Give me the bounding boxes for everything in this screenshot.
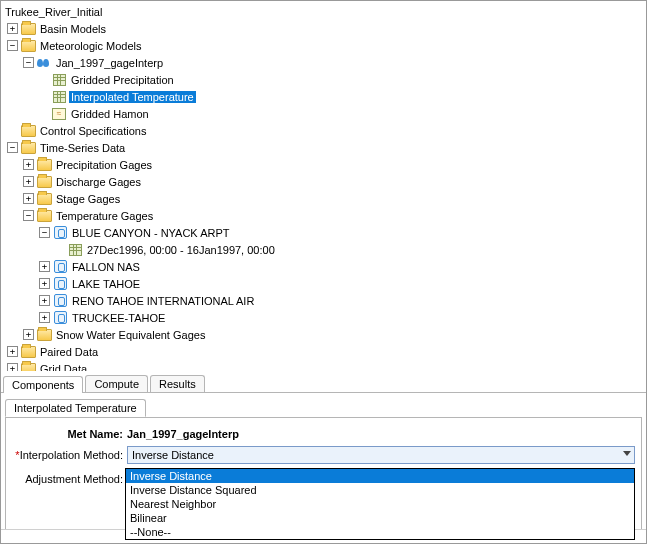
grid-icon bbox=[51, 73, 67, 87]
folder-icon bbox=[20, 39, 36, 53]
tree-paired-data[interactable]: + Paired Data bbox=[1, 343, 646, 360]
wave-icon: ≈ bbox=[51, 107, 67, 121]
grid-icon bbox=[51, 90, 67, 104]
subtab-bar: Interpolated Temperature bbox=[1, 393, 646, 417]
value-met-name: Jan_1997_gageInterp bbox=[127, 428, 239, 440]
expand-icon[interactable]: + bbox=[23, 176, 34, 187]
row-interp-method: Interpolation Method: Inverse Distance bbox=[12, 446, 635, 464]
combo-interp-value: Inverse Distance bbox=[132, 449, 214, 461]
option-inverse-distance-squared[interactable]: Inverse Distance Squared bbox=[126, 483, 634, 497]
tree-ts-data[interactable]: − Time-Series Data bbox=[1, 139, 646, 156]
option-inverse-distance[interactable]: Inverse Distance bbox=[126, 469, 634, 483]
tree-root[interactable]: Trukee_River_Initial bbox=[1, 3, 646, 20]
tree-blue-canyon[interactable]: − BLUE CANYON - NYACK ARPT bbox=[1, 224, 646, 241]
tree-gridded-precip[interactable]: Gridded Precipitation bbox=[1, 71, 646, 88]
folder-icon bbox=[20, 124, 36, 138]
expand-icon[interactable]: + bbox=[23, 329, 34, 340]
tree-fallon[interactable]: + FALLON NAS bbox=[1, 258, 646, 275]
tree-met-models[interactable]: − Meteorologic Models bbox=[1, 37, 646, 54]
label-met-name: Met Name: bbox=[12, 428, 127, 440]
label-interp-method: Interpolation Method: bbox=[12, 449, 127, 461]
tree-truckee[interactable]: + TRUCKEE-TAHOE bbox=[1, 309, 646, 326]
folder-icon bbox=[20, 362, 36, 372]
tab-bar: Components Compute Results bbox=[1, 371, 646, 393]
folder-icon bbox=[20, 345, 36, 359]
folder-icon bbox=[20, 141, 36, 155]
option-bilinear[interactable]: Bilinear bbox=[126, 511, 634, 525]
folder-icon bbox=[36, 209, 52, 223]
tree-blue-canyon-range[interactable]: 27Dec1996, 00:00 - 16Jan1997, 00:00 bbox=[1, 241, 646, 258]
gage-icon bbox=[52, 226, 68, 240]
folder-icon bbox=[36, 192, 52, 206]
tab-results[interactable]: Results bbox=[150, 375, 205, 392]
folder-icon bbox=[36, 158, 52, 172]
expand-icon[interactable]: + bbox=[7, 346, 18, 357]
properties-form: Met Name: Jan_1997_gageInterp Interpolat… bbox=[5, 417, 642, 535]
collapse-icon[interactable]: − bbox=[7, 142, 18, 153]
collapse-icon[interactable]: − bbox=[23, 57, 34, 68]
folder-icon bbox=[36, 175, 52, 189]
tree-discharge-gages[interactable]: + Discharge Gages bbox=[1, 173, 646, 190]
tab-compute[interactable]: Compute bbox=[85, 375, 148, 392]
tree-control-spec[interactable]: Control Specifications bbox=[1, 122, 646, 139]
combo-interp-method[interactable]: Inverse Distance bbox=[127, 446, 635, 464]
expand-icon[interactable]: + bbox=[39, 295, 50, 306]
dropdown-interp-method[interactable]: Inverse Distance Inverse Distance Square… bbox=[125, 468, 635, 540]
collapse-icon[interactable]: − bbox=[7, 40, 18, 51]
tree-temp-gages[interactable]: − Temperature Gages bbox=[1, 207, 646, 224]
collapse-icon[interactable]: − bbox=[23, 210, 34, 221]
tree-tahoe[interactable]: + LAKE TAHOE bbox=[1, 275, 646, 292]
collapse-icon[interactable]: − bbox=[39, 227, 50, 238]
tree-reno[interactable]: + RENO TAHOE INTERNATIONAL AIR bbox=[1, 292, 646, 309]
tree-interp-temp[interactable]: Interpolated Temperature bbox=[1, 88, 646, 105]
tree-basin-models[interactable]: + Basin Models bbox=[1, 20, 646, 37]
expand-icon[interactable]: + bbox=[7, 23, 18, 34]
label-adjust-method: Adjustment Method: bbox=[12, 473, 127, 485]
expand-icon[interactable]: + bbox=[23, 159, 34, 170]
explorer-tree: Trukee_River_Initial + Basin Models − Me… bbox=[1, 1, 646, 371]
expand-icon[interactable]: + bbox=[7, 363, 18, 371]
gage-icon bbox=[52, 311, 68, 325]
gage-icon bbox=[52, 277, 68, 291]
tree-precip-gages[interactable]: + Precipitation Gages bbox=[1, 156, 646, 173]
folder-icon bbox=[36, 328, 52, 342]
raindrop-icon bbox=[36, 56, 52, 70]
tree-jan97[interactable]: − Jan_1997_gageInterp bbox=[1, 54, 646, 71]
gage-icon bbox=[52, 294, 68, 308]
chevron-down-icon bbox=[623, 451, 631, 456]
spacer bbox=[7, 125, 18, 136]
tree-snow-gages[interactable]: + Snow Water Equivalent Gages bbox=[1, 326, 646, 343]
tree-stage-gages[interactable]: + Stage Gages bbox=[1, 190, 646, 207]
row-met-name: Met Name: Jan_1997_gageInterp bbox=[12, 428, 635, 440]
tree-grid-data[interactable]: + Grid Data bbox=[1, 360, 646, 371]
subtab-interp-temp[interactable]: Interpolated Temperature bbox=[5, 399, 146, 417]
expand-icon[interactable]: + bbox=[23, 193, 34, 204]
folder-icon bbox=[20, 22, 36, 36]
tab-components[interactable]: Components bbox=[3, 376, 83, 393]
option-nearest-neighbor[interactable]: Nearest Neighbor bbox=[126, 497, 634, 511]
grid-icon bbox=[67, 243, 83, 257]
expand-icon[interactable]: + bbox=[39, 312, 50, 323]
expand-icon[interactable]: + bbox=[39, 278, 50, 289]
tree-gridded-hamon[interactable]: ≈ Gridded Hamon bbox=[1, 105, 646, 122]
option-none[interactable]: --None-- bbox=[126, 525, 634, 539]
gage-icon bbox=[52, 260, 68, 274]
expand-icon[interactable]: + bbox=[39, 261, 50, 272]
